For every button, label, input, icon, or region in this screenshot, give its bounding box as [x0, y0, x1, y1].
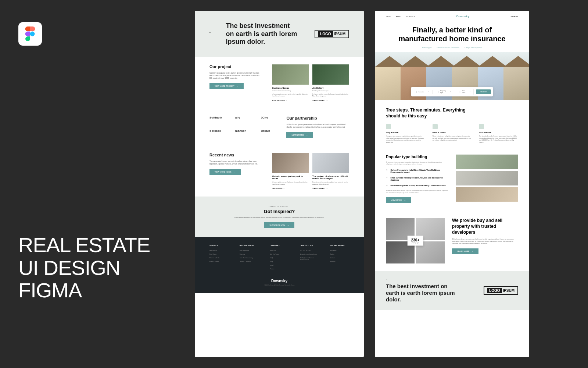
nav-link[interactable]: CONTACT: [406, 15, 415, 18]
stat-badge: 230+ property's type: [408, 236, 423, 246]
partner-logo: ally: [235, 116, 254, 125]
nav-link[interactable]: BLOG: [396, 15, 401, 18]
logo-ipsum: LOGO IPSUM: [484, 286, 518, 295]
partnership-title: Our partnership: [286, 116, 349, 120]
design-preview-2: PAGE BLOG CONTACT Downsky SIGN UP Finall…: [375, 11, 529, 357]
view-project-link[interactable]: VIEW PROJECT: [312, 187, 349, 189]
max-price-field[interactable]: Max Price: [456, 89, 474, 95]
steps-title: Tree steps. Three minutes. Everything sh…: [386, 107, 467, 119]
project-card[interactable]: Business Centre Modern standards of work…: [272, 64, 309, 101]
cta-title: Got Inspired?: [209, 209, 349, 214]
building-image: [456, 155, 518, 169]
footer-copyright: © 2021 Real Estate. All Rights Reserved.…: [209, 284, 349, 286]
property-type-field[interactable]: Property type: [435, 89, 454, 95]
search-button[interactable]: SEARCH: [476, 89, 491, 94]
nav-link[interactable]: PAGE: [386, 15, 391, 18]
news-title: Recent news: [209, 153, 261, 157]
provide-title: We provide buy and sell property with tr…: [452, 218, 518, 235]
read-more-link[interactable]: READ MORE: [272, 187, 309, 189]
svg-point-0: [30, 32, 35, 36]
partner-logo: 2City: [261, 116, 279, 125]
hero-image: Location Property type Max Price SEARCH: [375, 52, 529, 100]
bottom-quote: The best investment on earth is earth lo…: [386, 283, 459, 303]
news-image: [272, 153, 309, 173]
building-image: [456, 171, 518, 185]
figma-logo-icon: [18, 22, 42, 46]
news-image: [312, 153, 349, 173]
footer-brand: Downsky: [209, 279, 349, 283]
design-preview-1: " The best investment on earth is earth …: [195, 11, 364, 357]
logo-ipsum: LOGO IPSUM: [315, 30, 349, 38]
learn-more-button[interactable]: LEARN MORE: [452, 248, 478, 254]
sell-home-icon: [479, 124, 484, 129]
view-more-project-button[interactable]: VIEW MORE PROJECT: [209, 83, 244, 89]
page-title: REAL ESTATE UI DESIGN FIGMA: [18, 234, 165, 302]
project-card[interactable]: Art Gallery Building will impress you In…: [312, 64, 349, 101]
nav-brand[interactable]: Downsky: [456, 15, 469, 18]
partner-logo: Softbank: [209, 116, 228, 125]
buy-home-icon: [386, 124, 391, 129]
partner-logo: manson: [235, 129, 254, 138]
view-more-button[interactable]: VIEW MORE: [386, 197, 411, 203]
projects-desc: Contrary to popular belief, Lorem Ipsum …: [209, 72, 261, 79]
subscribe-button[interactable]: SUBSCRIBE NOW: [264, 222, 294, 228]
partner-logo: o Hosee: [209, 129, 228, 138]
projects-title: Our project: [209, 64, 261, 69]
view-project-link[interactable]: VIEW PROJECT: [312, 99, 349, 101]
project-image: [272, 64, 309, 85]
hero-title: Finally, a better kind of manufactured h…: [393, 25, 511, 43]
cta-subtitle: I WANT TO PROJECT: [209, 205, 349, 207]
rent-home-icon: [433, 124, 438, 129]
learn-more-button[interactable]: LEARN MORE: [286, 132, 313, 138]
signup-link[interactable]: SIGN UP: [510, 15, 518, 18]
project-image: [312, 64, 349, 85]
hero-quote: The best investment on earth is earth lo…: [226, 22, 299, 46]
popular-title: Popular type building: [386, 155, 448, 159]
news-card[interactable]: The project of a house on difficult terr…: [312, 153, 349, 189]
search-bar[interactable]: Location Property type Max Price SEARCH: [411, 87, 493, 96]
view-more-news-button[interactable]: VIEW MORE NEWS: [209, 169, 241, 175]
building-image: [456, 187, 518, 202]
partner-logo: Orcain: [261, 129, 279, 138]
news-card[interactable]: Historic emancipation park in Texas It h…: [272, 153, 309, 189]
view-project-link[interactable]: VIEW PROJECT: [272, 99, 309, 101]
location-field[interactable]: Location: [413, 90, 433, 94]
